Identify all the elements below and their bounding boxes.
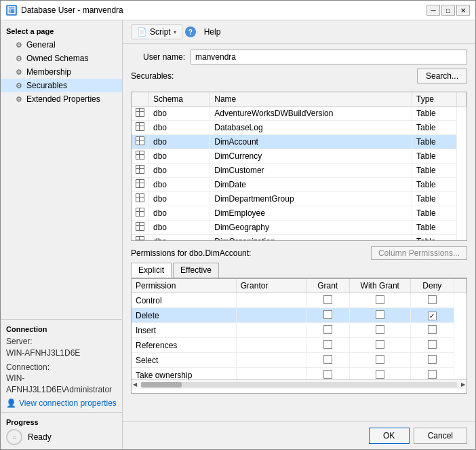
list-item[interactable]: Insert [132, 323, 467, 338]
list-item[interactable]: Take ownership [132, 368, 467, 380]
with-grant-checkbox[interactable] [376, 325, 384, 334]
script-button[interactable]: 📄 Script ▾ [131, 24, 182, 39]
row-type: Table [412, 164, 457, 178]
grant-checkbox[interactable] [323, 370, 332, 379]
row-schema: dbo [149, 206, 210, 221]
table-row[interactable]: dbo DimDate Table [132, 178, 467, 192]
row-schema: dbo [149, 121, 210, 135]
deny-checkbox[interactable] [428, 340, 437, 349]
row-schema: dbo [149, 221, 210, 235]
row-name: DimGeography [210, 221, 412, 235]
progress-spinner: ○ [6, 429, 22, 445]
grant-checkbox[interactable] [323, 295, 332, 304]
table-row[interactable]: dbo DimCurrency Table [132, 149, 467, 164]
row-schema: dbo [149, 178, 210, 192]
list-item[interactable]: Delete [132, 308, 467, 323]
tab-explicit[interactable]: Explicit [131, 263, 172, 278]
cancel-button[interactable]: Cancel [414, 428, 467, 444]
connection-label: Connection: [6, 362, 49, 372]
row-schema: dbo [149, 149, 210, 164]
view-connection-label: View connection properties [19, 398, 117, 408]
sidebar-item-general-label: General [26, 40, 56, 50]
table-row[interactable]: dbo DimAccount Table [132, 135, 467, 149]
securables-table: Schema Name Type dbo AdventureWorksDWBui… [132, 92, 467, 241]
sidebar-item-general[interactable]: ⚙ General [1, 38, 122, 52]
with-grant-checkbox[interactable] [376, 355, 384, 364]
minimize-button[interactable]: ─ [427, 5, 440, 16]
user-name-input[interactable] [191, 50, 467, 64]
row-type: Table [412, 206, 457, 221]
tab-effective[interactable]: Effective [173, 263, 219, 278]
permissions-scroll-area[interactable]: Permission Grantor Grant With Grant Deny [132, 279, 467, 379]
permissions-horizontal-scrollbar[interactable]: ◀ ▶ [132, 379, 467, 389]
row-schema: dbo [149, 135, 210, 149]
row-icon [132, 107, 149, 121]
row-icon [132, 149, 149, 164]
perm-name: Select [132, 353, 236, 368]
row-schema: dbo [149, 107, 210, 121]
extended-properties-icon: ⚙ [16, 95, 22, 104]
securables-scroll-area[interactable]: Schema Name Type dbo AdventureWorksDWBui… [132, 92, 467, 241]
deny-checkbox[interactable] [428, 295, 437, 304]
with-grant-checkbox[interactable] [376, 295, 384, 304]
with-grant-checkbox[interactable] [376, 310, 384, 319]
select-page-title: Select a page [1, 24, 122, 38]
perm-scroll-right[interactable]: ▶ [460, 381, 467, 388]
sidebar-item-extended-properties[interactable]: ⚙ Extended Properties [1, 92, 122, 106]
permissions-area: Permissions for dbo.DimAccount: Column P… [123, 244, 475, 396]
close-button[interactable]: ✕ [456, 5, 470, 16]
table-row[interactable]: dbo AdventureWorksDWBuildVersion Table [132, 107, 467, 121]
row-type: Table [412, 221, 457, 235]
col-name-header: Name [210, 92, 412, 107]
deny-checkbox[interactable] [428, 325, 437, 334]
view-connection-properties-link[interactable]: 👤 View connection properties [6, 398, 117, 408]
table-row[interactable]: dbo DimEmployee Table [132, 206, 467, 221]
with-grant-checkbox[interactable] [376, 340, 384, 349]
maximize-button[interactable]: □ [441, 5, 455, 16]
list-item[interactable]: References [132, 338, 467, 353]
server-label: Server: [6, 337, 33, 346]
script-icon: 📄 [137, 27, 147, 37]
general-icon: ⚙ [16, 41, 22, 50]
perm-name: Take ownership [132, 368, 236, 380]
sidebar-item-membership[interactable]: ⚙ Membership [1, 65, 122, 79]
svg-rect-0 [8, 7, 15, 14]
list-item[interactable]: Select [132, 353, 467, 368]
row-name: DimAccount [210, 135, 412, 149]
table-row[interactable]: dbo DimOrganization Table [132, 235, 467, 242]
grant-checkbox[interactable] [323, 355, 332, 364]
table-row[interactable]: dbo DatabaseLog Table [132, 121, 467, 135]
deny-checkbox[interactable] [428, 370, 437, 379]
perm-col-deny: Deny [410, 279, 454, 293]
column-permissions-button[interactable]: Column Permissions... [371, 246, 467, 260]
row-schema: dbo [149, 192, 210, 206]
grant-checkbox[interactable] [323, 340, 332, 349]
row-name: DimDepartmentGroup [210, 192, 412, 206]
search-button[interactable]: Search... [417, 69, 467, 83]
perm-scroll-left[interactable]: ◀ [132, 381, 138, 388]
row-name: DatabaseLog [210, 121, 412, 135]
with-grant-checkbox[interactable] [376, 370, 384, 379]
help-button[interactable]: Help [199, 25, 226, 39]
row-icon [132, 121, 149, 135]
row-icon [132, 178, 149, 192]
deny-checkbox[interactable] [428, 312, 437, 320]
connection-link-icon: 👤 [6, 398, 16, 408]
table-row[interactable]: dbo DimDepartmentGroup Table [132, 192, 467, 206]
sidebar-item-securables[interactable]: ⚙ Securables [1, 79, 122, 92]
window-icon [6, 5, 17, 16]
deny-checkbox[interactable] [428, 355, 437, 364]
row-schema: dbo [149, 164, 210, 178]
table-row[interactable]: dbo DimGeography Table [132, 221, 467, 235]
table-row[interactable]: dbo DimCustomer Table [132, 164, 467, 178]
sidebar-item-owned-schemas[interactable]: ⚙ Owned Schemas [1, 52, 122, 65]
perm-grantor [236, 308, 306, 323]
list-item[interactable]: Control [132, 293, 467, 308]
grant-checkbox[interactable] [323, 310, 332, 319]
row-type: Table [412, 192, 457, 206]
main-panel: 📄 Script ▾ ? Help User name: [123, 20, 475, 449]
ok-button[interactable]: OK [369, 428, 410, 444]
perm-name: Insert [132, 323, 236, 338]
row-type: Table [412, 149, 457, 164]
grant-checkbox[interactable] [323, 325, 332, 334]
